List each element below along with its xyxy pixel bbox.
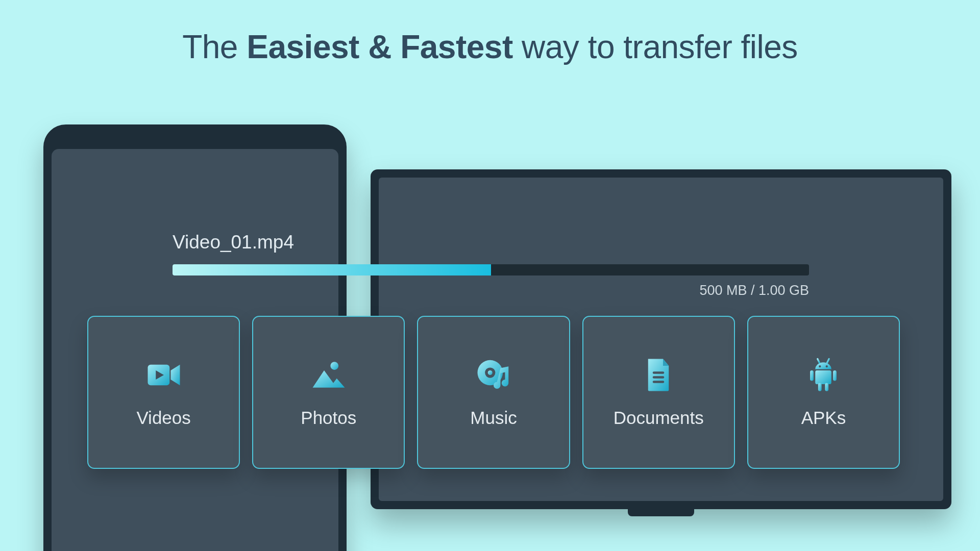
video-icon <box>145 357 182 393</box>
tile-apks[interactable]: APKs <box>747 316 900 469</box>
tile-apks-label: APKs <box>801 408 846 428</box>
transfer-panel: Video_01.mp4 500 MB / 1.00 GB <box>173 232 809 298</box>
svg-rect-6 <box>653 376 665 379</box>
tile-documents[interactable]: Documents <box>582 316 735 469</box>
music-disc-icon <box>475 357 512 393</box>
progress-bar <box>173 264 809 276</box>
transfer-filename: Video_01.mp4 <box>173 232 809 253</box>
tile-photos-label: Photos <box>301 408 356 428</box>
svg-point-1 <box>330 362 338 370</box>
svg-rect-12 <box>816 370 832 384</box>
tile-videos-label: Videos <box>136 408 190 428</box>
headline-pre: The <box>182 29 247 65</box>
tile-photos[interactable]: Photos <box>252 316 405 469</box>
svg-rect-13 <box>811 370 814 381</box>
page-headline: The Easiest & Fastest way to transfer fi… <box>0 28 980 66</box>
svg-point-4 <box>488 370 493 375</box>
svg-point-11 <box>826 365 828 367</box>
svg-line-9 <box>827 359 829 364</box>
tile-documents-label: Documents <box>614 408 704 428</box>
tv-stand <box>628 509 694 516</box>
progress-status-text: 500 MB / 1.00 GB <box>173 283 809 298</box>
headline-post: way to transfer files <box>513 29 798 65</box>
android-icon <box>805 357 842 393</box>
tile-music[interactable]: Music <box>417 316 570 469</box>
svg-rect-14 <box>834 370 837 381</box>
tile-videos[interactable]: Videos <box>87 316 240 469</box>
category-tiles-row: Videos Photos Music <box>87 316 900 469</box>
svg-line-8 <box>818 359 820 364</box>
image-icon <box>310 357 347 393</box>
headline-bold: Easiest & Fastest <box>247 29 513 65</box>
svg-rect-15 <box>818 383 822 391</box>
svg-rect-16 <box>825 383 829 391</box>
tile-music-label: Music <box>470 408 517 428</box>
svg-rect-5 <box>653 371 665 374</box>
document-icon <box>640 357 677 393</box>
svg-point-10 <box>819 365 821 367</box>
svg-rect-7 <box>653 381 665 383</box>
progress-fill <box>173 264 491 276</box>
